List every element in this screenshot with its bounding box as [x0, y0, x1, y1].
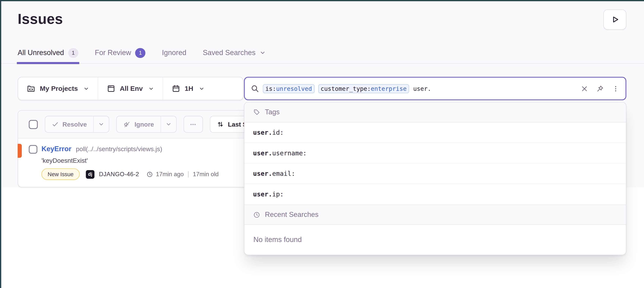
environment-filter-label: All Env [120, 84, 143, 92]
sort-arrows-icon [216, 120, 224, 128]
check-icon [52, 121, 59, 128]
issue-select-checkbox[interactable] [29, 145, 38, 154]
suggestion-user-email[interactable]: user.email: [244, 164, 626, 184]
tags-section-title: Tags [265, 108, 280, 116]
suggestion-typed-part: user. [253, 129, 272, 136]
issue-culprit: poll(../../sentry/scripts/views.js) [76, 144, 162, 154]
issue-tabs: All Unresolved 1 For Review 1 Ignored Sa… [18, 42, 266, 64]
resolve-label: Resolve [62, 120, 87, 128]
search-token-is-unresolved[interactable]: is:unresolved [263, 84, 314, 93]
ignore-label: Ignore [134, 120, 154, 128]
tab-label: Saved Searches [203, 48, 256, 57]
more-actions-button[interactable] [184, 116, 203, 133]
chevron-down-icon [199, 86, 204, 92]
kebab-menu-icon[interactable] [612, 85, 620, 92]
issue-age: 17min old [193, 171, 218, 178]
page-title: Issues [18, 10, 63, 27]
search-icon [251, 84, 259, 92]
window-icon [106, 84, 115, 93]
play-icon [610, 15, 619, 24]
suggestion-rest: email: [272, 170, 295, 177]
tab-saved-searches[interactable]: Saved Searches [203, 42, 266, 64]
search-typed-text: user. [413, 85, 431, 92]
recent-searches-empty: No items found [244, 225, 626, 255]
search-token-customer-type[interactable]: customer_type:enterprise [318, 84, 409, 93]
django-project-icon: dj [86, 170, 94, 179]
suggestion-user-username[interactable]: user.username: [244, 143, 626, 164]
tab-count-badge: 1 [68, 48, 78, 58]
clock-icon [146, 171, 153, 178]
suggestion-user-ip[interactable]: user.ip: [244, 184, 626, 205]
search-actions [581, 84, 620, 92]
resolve-button-group: Resolve [45, 116, 110, 133]
suggestion-typed-part: user. [253, 190, 272, 198]
environment-filter-dropdown[interactable]: All Env [98, 77, 162, 100]
search-suggestions-dropdown: Tags user.id: user.username: user.email:… [244, 102, 626, 255]
tab-label: Ignored [162, 48, 186, 57]
tab-label: For Review [95, 48, 131, 57]
replay-tour-button[interactable] [603, 10, 626, 30]
issue-title-link[interactable]: KeyError [42, 144, 71, 154]
frame-edge-top [0, 0, 644, 1]
recent-searches-header: Recent Searches [244, 204, 626, 224]
token-key: customer_type: [320, 85, 371, 92]
suggestion-rest: ip: [272, 190, 284, 198]
token-value: enterprise [371, 85, 406, 92]
ignore-button-group: Ignore [116, 116, 176, 133]
date-range-dropdown[interactable]: 1H [162, 77, 213, 100]
time-separator: | [186, 170, 190, 178]
chevron-down-icon [260, 50, 266, 56]
calendar-icon [172, 84, 180, 93]
page-filter-bar: My Projects All Env [18, 77, 244, 100]
issue-level-error-bar [18, 144, 22, 158]
select-all-checkbox[interactable] [29, 120, 38, 129]
pin-search-icon[interactable] [596, 84, 604, 92]
resolve-dropdown-caret[interactable] [94, 116, 109, 132]
clear-search-icon[interactable] [581, 85, 588, 92]
tab-label: All Unresolved [18, 48, 64, 57]
new-issue-badge: New Issue [42, 168, 80, 180]
chevron-down-icon [83, 86, 89, 92]
issue-short-id: DJANGO-46-2 [99, 171, 139, 178]
recent-searches-title: Recent Searches [265, 210, 318, 219]
suggestion-user-id[interactable]: user.id: [244, 122, 626, 143]
mute-icon [124, 120, 131, 128]
ellipsis-icon [190, 120, 197, 128]
tab-count-badge: 1 [135, 48, 146, 58]
issue-times: 17min ago | 17min old [146, 170, 219, 178]
ignore-button[interactable]: Ignore [117, 116, 160, 132]
tab-for-review[interactable]: For Review 1 [95, 42, 146, 64]
projects-folder-icon [27, 84, 36, 93]
suggestion-typed-part: user. [253, 149, 272, 157]
token-value: unresolved [276, 85, 312, 92]
tags-section-header: Tags [244, 102, 626, 122]
tag-icon [253, 108, 260, 116]
suggestion-rest: username: [272, 149, 306, 157]
tab-all-unresolved[interactable]: All Unresolved 1 [18, 42, 78, 64]
chevron-down-icon [148, 86, 154, 92]
token-key: is: [265, 85, 276, 92]
suggestion-rest: id: [272, 129, 284, 136]
project-filter-dropdown[interactable]: My Projects [18, 77, 98, 100]
clock-icon [253, 211, 260, 218]
issue-last-seen: 17min ago [156, 171, 184, 178]
issues-page: Issues All Unresolved 1 For Review 1 Ign… [0, 0, 644, 288]
issue-search-input[interactable]: is:unresolved customer_type:enterprise u… [244, 77, 626, 100]
project-filter-label: My Projects [40, 84, 78, 92]
ignore-dropdown-caret[interactable] [160, 116, 176, 132]
date-range-label: 1H [185, 84, 194, 92]
resolve-button[interactable]: Resolve [45, 116, 94, 132]
suggestion-typed-part: user. [253, 170, 272, 177]
tab-ignored[interactable]: Ignored [162, 42, 186, 64]
frame-edge-left [0, 0, 1, 288]
